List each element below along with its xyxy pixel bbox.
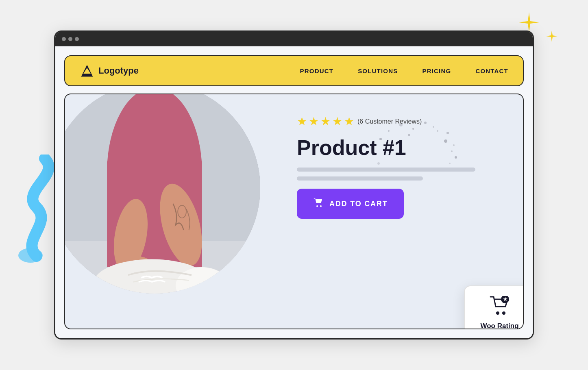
browser-frame: Logotype PRODUCT SOLUTIONS PRICING CONTA… [54, 30, 534, 340]
nav-links: PRODUCT SOLUTIONS PRICING CONTACT [300, 67, 508, 74]
nav-solutions[interactable]: SOLUTIONS [358, 67, 398, 74]
product-image-circle [64, 94, 260, 294]
desc-line-1 [297, 168, 475, 172]
woo-rating-widget: ★ Woo Rating [464, 285, 524, 329]
cart-icon [313, 198, 324, 210]
product-image-container [65, 94, 277, 329]
svg-point-34 [502, 311, 505, 315]
product-info: ★ ★ ★ ★ ★ (6 Customer Reviews) Product #… [277, 94, 523, 329]
sparkle-small-icon [546, 30, 558, 45]
navbar: Logotype PRODUCT SOLUTIONS PRICING CONTA… [64, 55, 524, 86]
add-to-cart-button[interactable]: ADD TO CART [297, 189, 404, 219]
svg-text:★: ★ [503, 296, 507, 302]
browser-dot-3 [75, 37, 79, 41]
squiggle-decoration [12, 155, 61, 268]
svg-point-23 [377, 162, 380, 165]
svg-point-19 [437, 130, 438, 132]
product-title: Product #1 [297, 136, 507, 159]
woo-rating-label: Woo Rating [480, 322, 518, 329]
star-1: ★ [297, 115, 307, 128]
star-3: ★ [320, 115, 331, 128]
logo-icon [80, 63, 94, 78]
svg-point-27 [446, 132, 449, 134]
svg-point-30 [449, 163, 451, 164]
product-image [64, 94, 260, 294]
browser-dot-1 [62, 37, 66, 41]
stars-row: ★ ★ ★ ★ ★ (6 Customer Reviews) [297, 115, 507, 128]
page-content: Logotype PRODUCT SOLUTIONS PRICING CONTA… [55, 46, 533, 338]
nav-product[interactable]: PRODUCT [300, 67, 334, 74]
product-card: ★ ★ ★ ★ ★ (6 Customer Reviews) Product #… [64, 94, 524, 329]
add-to-cart-label: ADD TO CART [329, 200, 388, 208]
star-5: ★ [344, 115, 354, 128]
svg-point-15 [388, 130, 390, 132]
desc-line-2 [297, 176, 423, 181]
svg-point-33 [496, 311, 499, 315]
browser-dot-2 [68, 37, 72, 41]
nav-pricing[interactable]: PRICING [422, 67, 451, 74]
description-lines [297, 168, 507, 181]
review-count: (6 Customer Reviews) [357, 118, 422, 125]
svg-point-17 [412, 128, 414, 130]
svg-point-31 [316, 205, 318, 207]
svg-point-0 [18, 248, 43, 263]
star-2: ★ [309, 115, 319, 128]
woo-icon-container: ★ [490, 296, 510, 317]
stars: ★ ★ ★ ★ ★ [297, 115, 354, 128]
logo-area: Logotype [80, 63, 139, 78]
logo-text: Logotype [98, 65, 139, 76]
browser-titlebar [55, 32, 533, 46]
star-4: ★ [332, 115, 342, 128]
nav-contact[interactable]: CONTACT [475, 67, 508, 74]
woo-cart-icon: ★ [490, 296, 510, 316]
svg-point-32 [320, 205, 322, 207]
